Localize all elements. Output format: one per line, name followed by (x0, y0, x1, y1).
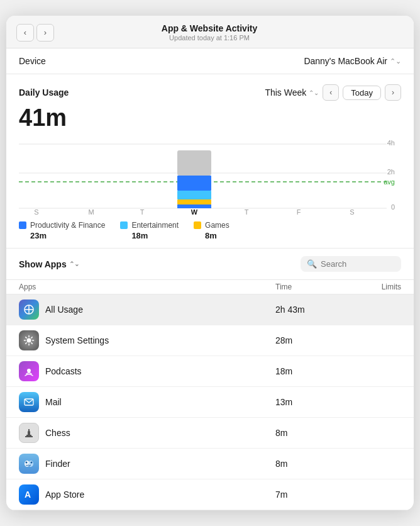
svg-point-29 (26, 462, 28, 464)
prev-week-icon: ‹ (329, 88, 332, 97)
app-name-system-settings: System Settings (45, 335, 109, 345)
table-row[interactable]: Chess 8m (6, 418, 414, 449)
svg-rect-25 (26, 435, 31, 436)
app-icon-all-usage (19, 299, 39, 320)
col-time: Time (275, 283, 351, 291)
next-week-icon: › (392, 88, 394, 97)
app-icon-appstore: A (19, 484, 39, 505)
title-info: App & Website Activity Updated today at … (60, 23, 358, 42)
svg-text:T: T (245, 208, 249, 215)
legend-item-entertainment: Entertainment 18m (120, 221, 179, 240)
back-button[interactable]: ‹ (16, 24, 34, 42)
legend-dot-games (194, 221, 201, 229)
svg-text:A: A (25, 490, 31, 500)
app-time-finder: 8m (275, 459, 351, 469)
app-cell-mail: Mail (19, 392, 275, 412)
title-bar: ‹ › App & Website Activity Updated today… (6, 16, 414, 48)
next-week-button[interactable]: › (385, 84, 401, 101)
nav-buttons: ‹ › (16, 24, 54, 42)
legend-name-productivity: Productivity & Finance (30, 221, 105, 230)
device-label: Device (19, 56, 46, 66)
table-header: Apps Time Limits (6, 279, 414, 294)
device-name: Danny's MacBook Air (304, 56, 387, 66)
app-time-chess: 8m (275, 428, 351, 438)
svg-rect-11 (177, 199, 211, 204)
svg-point-30 (31, 462, 33, 464)
usage-amount: 41m (19, 104, 401, 132)
svg-rect-9 (177, 176, 211, 191)
app-cell-chess: Chess (19, 423, 275, 443)
svg-rect-10 (177, 191, 211, 199)
app-time-mail: 13m (275, 397, 351, 407)
app-name-appstore: App Store (45, 490, 84, 500)
usage-section: Daily Usage This Week ⌃⌄ ‹ Today › 41m (6, 74, 414, 249)
device-selector[interactable]: Danny's MacBook Air ⌃⌄ (304, 56, 401, 66)
svg-point-28 (28, 461, 33, 467)
week-chevron-icon: ⌃⌄ (309, 89, 319, 96)
svg-text:0: 0 (391, 203, 395, 211)
apps-section: Show Apps ⌃⌄ 🔍 Apps Time Limits (6, 249, 414, 510)
main-window: ‹ › App & Website Activity Updated today… (6, 16, 414, 510)
week-selector[interactable]: This Week ⌃⌄ (265, 87, 319, 98)
table-row[interactable]: System Settings 28m (6, 325, 414, 356)
legend-time-games: 8m (205, 231, 229, 240)
svg-text:F: F (297, 208, 301, 215)
app-name-all-usage: All Usage (45, 305, 83, 315)
app-cell-all-usage: All Usage (19, 299, 275, 320)
show-apps-label: Show Apps (19, 259, 67, 269)
usage-header: Daily Usage This Week ⌃⌄ ‹ Today › (19, 84, 401, 101)
app-name-mail: Mail (45, 397, 62, 407)
app-time-system-settings: 28m (275, 335, 351, 345)
prev-week-button[interactable]: ‹ (323, 84, 339, 101)
app-icon-chess (19, 423, 39, 443)
window-title: App & Website Activity (60, 23, 358, 33)
legend-item-games: Games 8m (194, 221, 229, 240)
svg-text:4h: 4h (387, 139, 395, 147)
legend-item-productivity: Productivity & Finance 23m (19, 221, 105, 240)
device-row: Device Danny's MacBook Air ⌃⌄ (6, 48, 414, 74)
search-icon: 🔍 (307, 259, 317, 269)
legend-name-entertainment: Entertainment (131, 221, 179, 230)
app-cell-system-settings: System Settings (19, 330, 275, 350)
search-input[interactable] (321, 259, 395, 269)
table-row[interactable]: Finder 8m (6, 449, 414, 479)
svg-text:2h: 2h (387, 168, 395, 176)
today-button[interactable]: Today (343, 86, 381, 100)
app-cell-appstore: A App Store (19, 484, 275, 505)
legend-dot-productivity (19, 221, 26, 229)
legend-time-productivity: 23m (30, 231, 105, 240)
svg-point-22 (27, 369, 31, 372)
col-apps: Apps (19, 283, 275, 291)
svg-rect-26 (28, 429, 30, 431)
show-apps-button[interactable]: Show Apps ⌃⌄ (19, 259, 79, 269)
col-limits: Limits (351, 283, 401, 291)
app-cell-podcasts: Podcasts (19, 361, 275, 381)
search-box[interactable]: 🔍 (301, 256, 401, 272)
app-time-appstore: 7m (275, 490, 351, 500)
chart-legend: Productivity & Finance 23m Entertainment… (19, 221, 401, 240)
table-row[interactable]: All Usage 2h 43m (6, 294, 414, 325)
app-icon-finder (19, 454, 39, 474)
table-row[interactable]: Podcasts 18m (6, 356, 414, 387)
app-icon-podcasts (19, 361, 39, 381)
app-time-podcasts: 18m (275, 366, 351, 376)
device-chevron-icon: ⌃⌄ (390, 57, 401, 65)
week-nav: This Week ⌃⌄ ‹ Today › (265, 84, 401, 101)
show-apps-chevron-icon: ⌃⌄ (69, 260, 79, 267)
apps-header: Show Apps ⌃⌄ 🔍 (6, 249, 414, 279)
window-subtitle: Updated today at 1:16 PM (60, 34, 358, 42)
content-area: Device Danny's MacBook Air ⌃⌄ Daily Usag… (6, 48, 414, 510)
svg-text:T: T (140, 208, 145, 215)
bar-chart: 4h 2h 0 avg (19, 139, 401, 215)
forward-icon: › (44, 28, 47, 37)
app-name-finder: Finder (45, 459, 70, 469)
forward-button[interactable]: › (36, 24, 54, 42)
svg-text:S: S (350, 208, 354, 215)
week-label: This Week (265, 87, 306, 98)
table-row[interactable]: A App Store 7m (6, 479, 414, 510)
svg-text:M: M (88, 208, 94, 215)
back-icon: ‹ (24, 28, 26, 37)
table-row[interactable]: Mail 13m (6, 387, 414, 418)
legend-time-entertainment: 18m (131, 231, 179, 240)
legend-name-games: Games (205, 221, 229, 230)
